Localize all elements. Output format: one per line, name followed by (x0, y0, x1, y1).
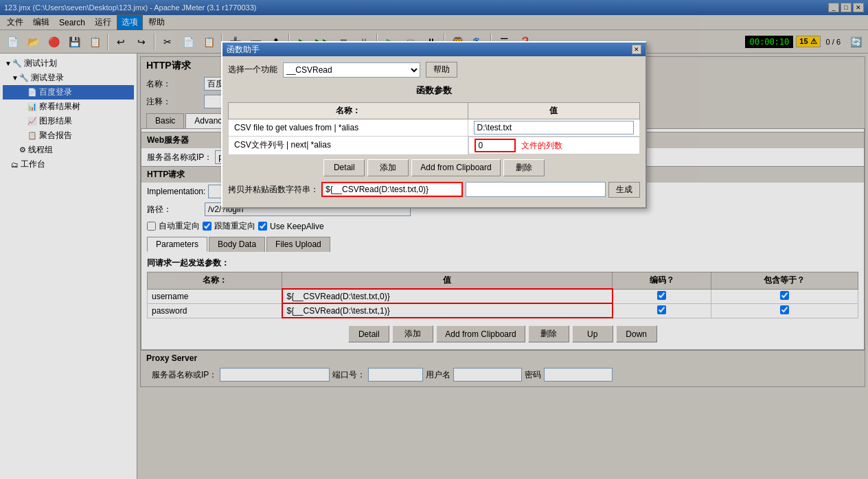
copy-label: 拷贝并粘贴函数字符串： (228, 184, 319, 196)
dialog-row1-name: CSV file to get values from | *alias (229, 119, 468, 137)
dialog-row2-value: 文件的列数 (468, 137, 640, 154)
dialog-content: 选择一个功能 __CSVRead 帮助 函数参数 名称： 值 (222, 56, 646, 207)
csv-column-input[interactable] (475, 139, 516, 152)
dialog-buttons: Detail 添加 Add from Clipboard 删除 (228, 159, 640, 176)
dialog-title-text: 函数助手 (227, 44, 260, 56)
select-function-label: 选择一个功能 (228, 64, 277, 75)
select-function-row: 选择一个功能 __CSVRead 帮助 (228, 62, 640, 78)
dialog-col-name: 名称： (229, 103, 468, 119)
dialog-row2-name: CSV文件列号 | next| *alias (229, 137, 468, 155)
dialog-col-value: 值 (468, 103, 640, 119)
dialog-title-bar: 函数助手 ✕ (222, 43, 646, 56)
copy-paste-row: 拷贝并粘贴函数字符串： 生成 (228, 182, 640, 198)
dialog-table-row: CSV file to get values from | *alias (229, 119, 640, 137)
dialog-delete-button[interactable]: 删除 (503, 159, 545, 176)
function-select[interactable]: __CSVRead (283, 62, 420, 78)
function-dialog: 函数助手 ✕ 选择一个功能 __CSVRead 帮助 函数参数 名称： (221, 41, 647, 209)
dialog-add-clipboard-button[interactable]: Add from Clipboard (411, 159, 500, 176)
columns-note: 文件的列数 (521, 140, 562, 152)
dialog-help-button[interactable]: 帮助 (426, 62, 457, 78)
modal-overlay: 函数助手 ✕ 选择一个功能 __CSVRead 帮助 函数参数 名称： (0, 0, 868, 479)
copy-extra-input[interactable] (466, 182, 606, 197)
generate-button[interactable]: 生成 (608, 182, 640, 198)
dialog-params-table: 名称： 值 CSV file to get values from | *ali… (228, 102, 640, 155)
dialog-detail-button[interactable]: Detail (323, 159, 365, 176)
csv-file-input[interactable] (474, 121, 635, 135)
dialog-row1-value (468, 119, 640, 137)
dialog-table-row: CSV文件列号 | next| *alias 文件的列数 (229, 137, 640, 155)
dialog-add-button[interactable]: 添加 (367, 159, 409, 176)
copy-value-input[interactable] (321, 182, 463, 197)
dialog-close-button[interactable]: ✕ (632, 45, 641, 54)
params-section-title: 函数参数 (228, 82, 640, 100)
